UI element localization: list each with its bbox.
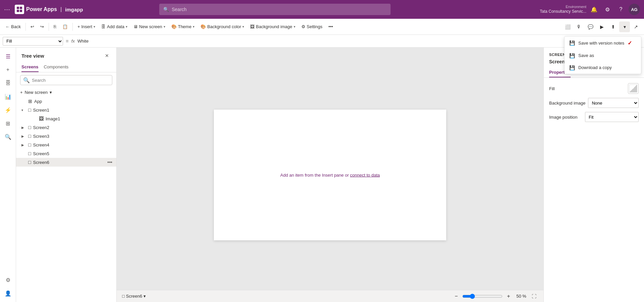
toolbar-sep-1 xyxy=(25,23,26,31)
sidebar-icon-power-automate[interactable]: ⚡ xyxy=(2,104,14,116)
new-screen-item[interactable]: + New screen ▾ xyxy=(16,88,116,97)
new-screen-button[interactable]: 🖥 New screen ▾ xyxy=(131,23,168,31)
screen6-more-icon[interactable]: ••• xyxy=(107,160,112,165)
global-search[interactable]: 🔍 xyxy=(159,4,391,15)
sidebar-icon-search[interactable]: 🔍 xyxy=(2,131,14,143)
canvas-screen-selector[interactable]: □ Screen6 ▾ xyxy=(122,294,146,299)
settings-button[interactable]: ⚙ xyxy=(602,4,613,15)
tree-item-app[interactable]: ⊞ App xyxy=(16,97,116,106)
add-data-button[interactable]: 🗄 Add data ▾ xyxy=(99,23,130,31)
svg-rect-2 xyxy=(17,10,19,12)
hint-or: or xyxy=(345,172,349,177)
zoom-percentage: 50 % xyxy=(515,294,528,299)
property-select[interactable]: Fill xyxy=(3,37,63,46)
more-button[interactable]: ••• xyxy=(326,23,336,31)
footer-screen-name: Screen6 xyxy=(126,294,142,299)
tree-search-icon: 🔍 xyxy=(23,77,30,83)
sidebar-icon-settings[interactable]: ⚙ xyxy=(2,274,14,286)
new-screen-item-chevron: ▾ xyxy=(50,90,52,95)
fill-color-button[interactable] xyxy=(628,83,639,94)
settings-toolbar-button[interactable]: ⚙ Settings xyxy=(299,23,325,31)
tree-item-image1[interactable]: 🖼 Image1 xyxy=(16,114,116,123)
new-screen-icon: 🖥 xyxy=(133,24,138,29)
add-data-icon: 🗄 xyxy=(101,24,106,29)
tree-item-screen6[interactable]: □ Screen6 ••• xyxy=(16,158,116,167)
sidebar-icon-media[interactable]: 📊 xyxy=(2,90,14,103)
comment-button[interactable]: 💬 xyxy=(585,21,596,32)
sidebar-icon-home[interactable]: ☰ xyxy=(2,50,14,62)
app-label: App xyxy=(34,99,112,104)
tree-search[interactable]: 🔍 xyxy=(20,75,112,85)
tree-item-screen5[interactable]: □ Screen5 xyxy=(16,149,116,158)
tree-items: ⊞ App ▾ □ Screen1 🖼 Image1 ▶ □ Screen2 xyxy=(16,97,116,302)
tab-components[interactable]: Components xyxy=(44,62,69,72)
right-panel: SCREEN ? Screen6 Properties Advanced Ide… xyxy=(543,48,644,302)
insert-icon: + xyxy=(77,24,80,29)
theme-button[interactable]: 🎨 Theme ▾ xyxy=(169,23,197,31)
bg-image-select[interactable]: None xyxy=(588,98,639,108)
connect-data-link[interactable]: connect to data xyxy=(350,172,380,177)
publish-button[interactable]: ⬆ xyxy=(608,21,619,32)
canvas-screen[interactable]: Add an item from the Insert pane or conn… xyxy=(214,110,446,240)
mic-button[interactable]: 🎙 xyxy=(574,21,584,32)
top-bar-right: Environment Tata Consultancy Servic... 🔔… xyxy=(540,4,640,15)
app-name: imgapp xyxy=(65,7,83,12)
back-button[interactable]: ← Back xyxy=(3,23,23,31)
tree-close-button[interactable]: ✕ xyxy=(103,52,111,60)
save-as-item[interactable]: 💾 Save as xyxy=(565,50,641,62)
tree-search-input[interactable] xyxy=(32,78,109,83)
svg-rect-3 xyxy=(20,10,22,12)
screen6-icon: □ xyxy=(28,160,31,165)
undo-button[interactable]: ↩ xyxy=(28,23,37,31)
apps-icon[interactable]: ⋯ xyxy=(4,6,10,13)
background-image-button[interactable]: 🖼 Background image ▾ xyxy=(247,23,298,31)
formula-value: White xyxy=(77,39,89,44)
paste-button[interactable]: 📋 xyxy=(60,23,70,31)
screen3-label: Screen3 xyxy=(33,134,112,139)
bg-image-chevron: ▾ xyxy=(294,25,295,28)
tree-item-screen4[interactable]: ▶ □ Screen4 xyxy=(16,140,116,149)
fx-label: fx xyxy=(71,39,75,44)
screen2-chevron: ▶ xyxy=(21,126,26,129)
image-position-select[interactable]: Fit xyxy=(585,112,639,122)
tree-item-screen1[interactable]: ▾ □ Screen1 xyxy=(16,106,116,114)
help-button[interactable]: ? xyxy=(615,4,627,15)
screen1-label: Screen1 xyxy=(33,108,112,113)
top-bar: ⋯ Power Apps | imgapp 🔍 Environment Tata… xyxy=(0,0,644,19)
canvas-hint: Add an item from the Insert pane or conn… xyxy=(280,172,380,177)
screen2-icon: □ xyxy=(28,125,31,130)
toolbar-sep-3 xyxy=(72,23,73,31)
svg-rect-0 xyxy=(17,7,19,9)
sidebar-icon-insert[interactable]: + xyxy=(2,64,14,76)
play-button[interactable]: ▶ xyxy=(596,21,607,32)
power-apps-icon xyxy=(15,5,24,14)
background-color-button[interactable]: 🎨 Background color ▾ xyxy=(198,23,247,31)
app-title: Power Apps xyxy=(26,6,57,12)
save-dropdown-button[interactable]: ▾ xyxy=(619,21,630,32)
preview-icon-button[interactable]: ⬜ xyxy=(562,21,573,32)
zoom-expand-button[interactable]: ⛶ xyxy=(530,292,538,300)
tree-item-screen2[interactable]: ▶ □ Screen2 xyxy=(16,123,116,132)
tree-title: Tree view xyxy=(21,53,44,59)
zoom-in-button[interactable]: + xyxy=(505,292,513,300)
copy-button[interactable]: ⎘ xyxy=(51,23,59,31)
tab-screens[interactable]: Screens xyxy=(21,62,39,72)
notification-button[interactable]: 🔔 xyxy=(588,4,600,15)
tree-item-screen3[interactable]: ▶ □ Screen3 xyxy=(16,132,116,140)
save-with-version-item[interactable]: 💾 Save with version notes ✓ xyxy=(565,37,641,50)
download-copy-item[interactable]: 💾 Download a copy xyxy=(565,62,641,74)
share-button[interactable]: ↗ xyxy=(631,21,641,32)
insert-button[interactable]: + Insert ▾ xyxy=(75,23,98,31)
avatar[interactable]: AG xyxy=(629,4,640,15)
redo-button[interactable]: ↪ xyxy=(38,23,47,31)
hint-text: Add an item from the Insert pane xyxy=(280,172,344,177)
theme-chevron: ▾ xyxy=(193,25,194,28)
sidebar-icon-user[interactable]: 👤 xyxy=(2,287,14,299)
search-input[interactable] xyxy=(172,7,387,12)
sidebar-icon-components[interactable]: ⊞ xyxy=(2,117,14,129)
toolbar: ← Back ↩ ↪ ⎘ 📋 + Insert ▾ 🗄 Add data ▾ 🖥… xyxy=(0,19,644,35)
theme-label: Theme xyxy=(178,24,191,29)
sidebar-icon-data[interactable]: 🗄 xyxy=(2,77,14,89)
zoom-slider[interactable] xyxy=(462,294,503,299)
zoom-out-button[interactable]: − xyxy=(452,292,460,300)
